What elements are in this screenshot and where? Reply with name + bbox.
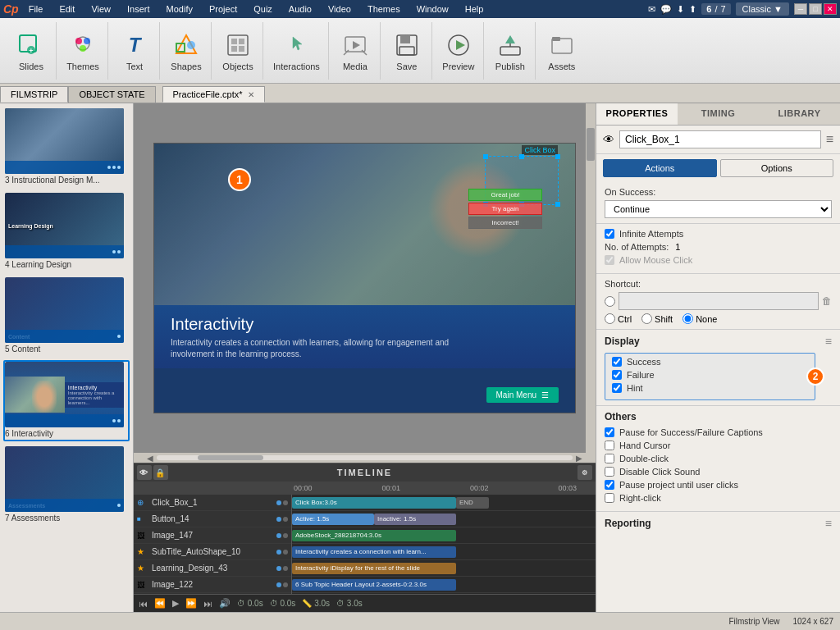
- tl-skip-start[interactable]: ⏮: [139, 599, 148, 609]
- tl-eye-btn[interactable]: 👁: [137, 465, 152, 480]
- object-name-input[interactable]: [619, 130, 821, 148]
- icon-up-arrow[interactable]: ⬆: [689, 4, 696, 15]
- tl-dot-lock-2[interactable]: [283, 517, 288, 522]
- shift-label[interactable]: Shift: [641, 313, 673, 324]
- tl-step-back[interactable]: ⏪: [154, 598, 166, 609]
- track-bar-6[interactable]: 6 Sub Topic Header Layout 2-assets-0:2.3…: [292, 579, 456, 591]
- theme-selector[interactable]: Classic ▼: [736, 2, 789, 16]
- canvas-vertical-scrollbar[interactable]: [586, 103, 596, 453]
- display-menu-icon[interactable]: ≡: [825, 335, 832, 348]
- filmstrip-slide-5[interactable]: Content 5 Content: [3, 276, 130, 357]
- reporting-menu-icon[interactable]: ≡: [825, 517, 832, 530]
- shapes-button[interactable]: Shapes: [167, 29, 206, 73]
- tab-filmstrip[interactable]: FILMSTRIP: [0, 86, 68, 103]
- tl-dot-vis-4[interactable]: [276, 550, 281, 555]
- assets-button[interactable]: Assets: [542, 29, 582, 73]
- right-click-checkbox[interactable]: [605, 493, 614, 503]
- filmstrip-slide-7[interactable]: Assessments 7 Assessments: [3, 445, 130, 526]
- menu-window[interactable]: Window: [413, 2, 452, 16]
- tab-properties[interactable]: PROPERTIES: [596, 103, 678, 125]
- tl-dot-lock-6[interactable]: [283, 582, 288, 587]
- tab-timing[interactable]: TIMING: [678, 103, 759, 125]
- filmstrip-slide-3[interactable]: 3 Instructional Design M...: [3, 107, 130, 188]
- tl-dot-vis-5[interactable]: [276, 566, 281, 571]
- tl-dot-lock-5[interactable]: [283, 566, 288, 571]
- resize-handle-tl[interactable]: [483, 154, 488, 159]
- tl-dot-lock-3[interactable]: [283, 533, 288, 538]
- track-bar-1[interactable]: Click Box:3.0s: [292, 497, 456, 509]
- hint-checkbox[interactable]: [612, 383, 622, 393]
- hand-cursor-checkbox[interactable]: [605, 441, 614, 450]
- failure-checkbox[interactable]: [612, 370, 622, 380]
- tl-play[interactable]: ▶: [172, 598, 179, 609]
- tl-audio[interactable]: 🔊: [219, 598, 231, 609]
- save-button[interactable]: Save: [387, 29, 427, 73]
- double-click-checkbox[interactable]: [605, 454, 614, 463]
- tl-dot-vis-3[interactable]: [276, 533, 281, 538]
- track-bar-4[interactable]: Interactivity creates a connection with …: [292, 546, 456, 558]
- track-bar-2a[interactable]: Active: 1.5s: [292, 514, 374, 525]
- icon-down-arrow[interactable]: ⬇: [677, 4, 684, 15]
- text-button[interactable]: T Text: [115, 29, 154, 73]
- shortcut-delete-icon[interactable]: 🗑: [822, 295, 832, 307]
- scroll-right-arrow[interactable]: ▶: [576, 454, 582, 463]
- media-button[interactable]: Media: [336, 29, 375, 73]
- menu-video[interactable]: Video: [325, 2, 354, 16]
- menu-help[interactable]: Help: [462, 2, 487, 16]
- track-bar-3[interactable]: AdobeStock_288218704:3.0s: [292, 530, 456, 541]
- menu-modify[interactable]: Modify: [163, 2, 196, 16]
- shortcut-radio[interactable]: [605, 296, 615, 307]
- menu-insert[interactable]: Insert: [124, 2, 153, 16]
- icon-message[interactable]: 💬: [660, 4, 672, 15]
- options-tab[interactable]: Options: [720, 159, 834, 177]
- icon-email[interactable]: ✉: [648, 4, 655, 15]
- resize-handle-tr[interactable]: [555, 154, 560, 159]
- none-label[interactable]: None: [682, 313, 717, 324]
- shift-radio[interactable]: [641, 313, 652, 324]
- pause-project-checkbox[interactable]: [605, 480, 614, 490]
- objects-button[interactable]: Objects: [218, 29, 258, 73]
- main-menu-button[interactable]: Main Menu ☰: [486, 387, 559, 403]
- menu-themes[interactable]: Themes: [364, 2, 404, 16]
- tl-dot-vis-6[interactable]: [276, 582, 281, 587]
- horizontal-scrollbar[interactable]: ◀ ▶: [134, 453, 596, 463]
- preview-button[interactable]: Preview: [439, 29, 478, 73]
- ctrl-radio[interactable]: [605, 313, 615, 324]
- themes-button[interactable]: Themes: [63, 29, 103, 73]
- filmstrip-slide-4[interactable]: Learning Design 4 Learning Design: [3, 191, 130, 272]
- tl-dot-vis-1[interactable]: [276, 500, 281, 505]
- interactions-button[interactable]: Interactions: [270, 29, 323, 73]
- none-radio[interactable]: [682, 313, 693, 324]
- tl-dot-lock-4[interactable]: [283, 550, 288, 555]
- track-bar-5[interactable]: Interactivity iDisplay for the rest of t…: [292, 563, 456, 574]
- tl-dot-lock-1[interactable]: [283, 500, 288, 505]
- properties-menu-icon[interactable]: ≡: [826, 132, 833, 147]
- slides-button[interactable]: + Slides: [11, 29, 51, 73]
- tab-library[interactable]: LIBRARY: [759, 103, 840, 125]
- tl-settings-btn[interactable]: ⚙: [578, 465, 592, 480]
- menu-view[interactable]: View: [88, 2, 114, 16]
- allow-mouse-click-checkbox[interactable]: [605, 255, 614, 265]
- close-file-tab-icon[interactable]: ✕: [248, 90, 254, 99]
- tl-dot-vis-2[interactable]: [276, 517, 281, 522]
- menu-file[interactable]: File: [25, 2, 47, 16]
- resize-handle-tm[interactable]: [519, 154, 524, 159]
- menu-edit[interactable]: Edit: [56, 2, 78, 16]
- ctrl-label[interactable]: Ctrl: [605, 313, 632, 324]
- scroll-left-arrow[interactable]: ◀: [147, 454, 153, 463]
- infinite-attempts-checkbox[interactable]: [605, 229, 614, 239]
- close-button[interactable]: ✕: [824, 3, 837, 15]
- maximize-button[interactable]: □: [809, 3, 822, 15]
- disable-click-sound-checkbox[interactable]: [605, 467, 614, 477]
- tl-skip-end[interactable]: ⏭: [203, 599, 212, 609]
- shortcut-input-field[interactable]: [619, 292, 819, 310]
- publish-button[interactable]: Publish: [491, 29, 530, 73]
- tl-step-fwd[interactable]: ⏩: [185, 598, 197, 609]
- menu-audio[interactable]: Audio: [285, 2, 315, 16]
- on-success-select[interactable]: Continue Go to next slide Go to previous…: [605, 200, 832, 218]
- filmstrip-slide-6[interactable]: Interactivity Interactivity creates a co…: [3, 360, 130, 441]
- tl-lock-btn[interactable]: 🔒: [153, 465, 168, 480]
- menu-project[interactable]: Project: [206, 2, 240, 16]
- menu-quiz[interactable]: Quiz: [250, 2, 276, 16]
- success-checkbox[interactable]: [612, 357, 622, 367]
